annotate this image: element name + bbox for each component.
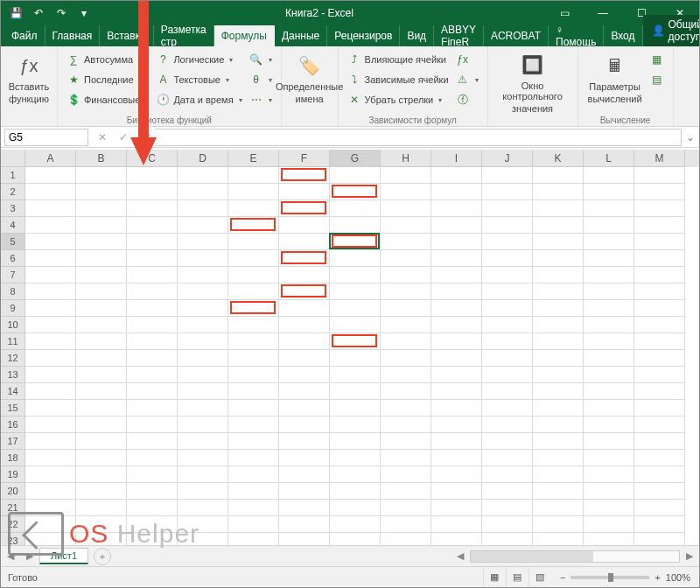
zoom-thumb[interactable] — [608, 573, 613, 582]
cell[interactable] — [178, 284, 228, 300]
cell[interactable] — [584, 333, 634, 350]
cell[interactable] — [25, 267, 76, 284]
cell[interactable] — [228, 367, 279, 383]
cell[interactable] — [279, 433, 330, 450]
cell[interactable] — [533, 400, 584, 416]
cell[interactable] — [228, 234, 279, 250]
financial-button[interactable]: 💲Финансовые — [63, 90, 152, 109]
tab-formulas[interactable]: Формулы — [214, 25, 275, 46]
cell[interactable] — [25, 367, 76, 383]
cell[interactable] — [584, 167, 634, 184]
cell[interactable] — [279, 167, 330, 184]
cell[interactable] — [228, 383, 279, 400]
cell[interactable] — [76, 367, 127, 383]
math-button[interactable]: θ — [246, 70, 276, 89]
cell[interactable] — [25, 333, 76, 350]
cell[interactable] — [178, 167, 228, 184]
cell[interactable] — [381, 300, 431, 317]
formula-input[interactable] — [155, 129, 682, 146]
name-manager-button[interactable]: 🏷️ Определенныеимена — [287, 48, 332, 114]
cell[interactable] — [533, 234, 584, 250]
cell[interactable] — [178, 500, 228, 516]
cell[interactable] — [431, 367, 482, 383]
cell[interactable] — [381, 200, 431, 217]
cell[interactable] — [178, 533, 228, 545]
cell[interactable] — [431, 400, 482, 416]
cell[interactable] — [381, 217, 431, 234]
cell[interactable] — [127, 200, 178, 217]
cell[interactable] — [533, 433, 584, 450]
cell[interactable] — [127, 317, 178, 333]
cell[interactable] — [25, 350, 76, 367]
cell[interactable] — [228, 466, 279, 483]
cell[interactable] — [584, 383, 634, 400]
cell[interactable] — [634, 516, 685, 533]
cell[interactable] — [634, 317, 685, 333]
cell[interactable] — [482, 250, 533, 267]
cell[interactable] — [381, 450, 431, 466]
cell[interactable] — [279, 516, 330, 533]
zoom-in-button[interactable]: + — [654, 572, 660, 583]
cell[interactable] — [431, 350, 482, 367]
row-header[interactable]: 5 — [1, 234, 25, 250]
row-header[interactable]: 12 — [1, 350, 25, 367]
cell[interactable] — [431, 167, 482, 184]
cell[interactable] — [279, 533, 330, 545]
cell[interactable] — [25, 533, 76, 545]
cell[interactable] — [584, 400, 634, 416]
cell[interactable] — [228, 267, 279, 284]
row-header[interactable]: 4 — [1, 217, 25, 234]
cell[interactable] — [279, 483, 330, 500]
cell[interactable] — [76, 516, 127, 533]
calc-sheet-button[interactable]: ▤ — [647, 70, 668, 89]
cell[interactable] — [533, 533, 584, 545]
horizontal-scrollbar[interactable] — [470, 550, 680, 563]
select-all-button[interactable] — [1, 150, 25, 167]
cell[interactable] — [25, 167, 76, 184]
fx-icon[interactable]: ƒx — [134, 129, 155, 146]
cell[interactable] — [127, 533, 178, 545]
cell[interactable] — [76, 483, 127, 500]
cell[interactable] — [533, 500, 584, 516]
cell[interactable] — [584, 483, 634, 500]
tab-view[interactable]: Вид — [400, 25, 434, 46]
cell[interactable] — [431, 200, 482, 217]
cell[interactable] — [482, 516, 533, 533]
cell[interactable] — [76, 433, 127, 450]
cell[interactable] — [634, 250, 685, 267]
spreadsheet-grid[interactable]: ABCDEFGHIJKLM 12345678910111213141516171… — [1, 150, 699, 545]
lookup-button[interactable]: 🔍 — [246, 50, 276, 69]
cell[interactable] — [279, 333, 330, 350]
cell[interactable] — [228, 333, 279, 350]
cell[interactable] — [228, 500, 279, 516]
cell[interactable] — [330, 200, 381, 217]
row-header[interactable]: 21 — [1, 500, 25, 516]
cell[interactable] — [279, 367, 330, 383]
autosum-button[interactable]: ∑Автосумма — [63, 50, 152, 69]
cell[interactable] — [178, 317, 228, 333]
cell[interactable] — [127, 300, 178, 317]
row-header[interactable]: 23 — [1, 533, 25, 545]
cell[interactable] — [330, 350, 381, 367]
cell[interactable] — [25, 483, 76, 500]
error-check-button[interactable]: ⚠ — [452, 70, 482, 89]
cell[interactable] — [482, 284, 533, 300]
col-header[interactable]: J — [482, 150, 533, 167]
cell[interactable] — [634, 184, 685, 200]
add-sheet-button[interactable]: + — [94, 548, 111, 565]
cell[interactable] — [482, 466, 533, 483]
cell[interactable] — [381, 416, 431, 433]
cell[interactable] — [634, 167, 685, 184]
cell[interactable] — [279, 267, 330, 284]
cell[interactable] — [482, 533, 533, 545]
cell[interactable] — [330, 383, 381, 400]
cell[interactable] — [482, 416, 533, 433]
cell[interactable] — [634, 466, 685, 483]
cell[interactable] — [482, 433, 533, 450]
cell[interactable] — [381, 234, 431, 250]
cell[interactable] — [431, 500, 482, 516]
cell[interactable] — [178, 350, 228, 367]
cell[interactable] — [381, 383, 431, 400]
show-formulas-button[interactable]: ƒx — [452, 50, 482, 69]
scrollbar-thumb[interactable] — [471, 551, 593, 562]
